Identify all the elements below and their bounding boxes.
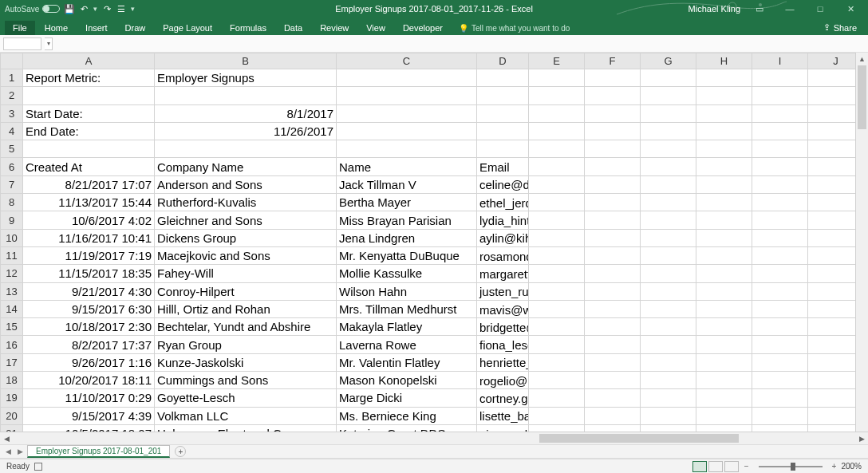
cell-C9[interactable]: Miss Brayan Parisian — [337, 211, 477, 229]
row-header[interactable]: 18 — [1, 372, 23, 389]
cell-D2[interactable] — [477, 87, 529, 104]
cell-G1[interactable] — [641, 69, 696, 87]
ribbon-tab-review[interactable]: Review — [312, 21, 357, 35]
cell-D20[interactable]: lisette_barrows@boyle.io — [477, 407, 529, 424]
cell-A5[interactable] — [23, 140, 155, 158]
cell-I11[interactable] — [752, 246, 808, 264]
cell-A14[interactable]: 9/15/2017 6:30 — [23, 300, 155, 317]
cell-E16[interactable] — [529, 336, 585, 353]
cell-A10[interactable]: 11/16/2017 10:41 — [23, 229, 155, 246]
cell-H1[interactable] — [696, 69, 752, 87]
cell-H4[interactable] — [696, 122, 752, 140]
cell-B14[interactable]: Hilll, Ortiz and Rohan — [155, 300, 337, 317]
row-header[interactable]: 14 — [1, 300, 23, 317]
cell-C1[interactable] — [337, 69, 477, 87]
spreadsheet-grid[interactable]: ABCDEFGHIJ1Report Metric:Employer Signup… — [0, 53, 868, 444]
cell-D9[interactable]: lydia_hintz@ratke.biz — [477, 211, 529, 229]
cell-A15[interactable]: 10/18/2017 2:30 — [23, 318, 155, 336]
cell-B19[interactable]: Goyette-Lesch — [155, 389, 337, 407]
cell-E7[interactable] — [529, 175, 585, 193]
cell-H11[interactable] — [696, 246, 752, 264]
select-all-corner[interactable] — [1, 53, 23, 69]
cell-H7[interactable] — [696, 175, 752, 193]
cell-H19[interactable] — [696, 389, 752, 407]
ribbon-tab-file[interactable]: File — [5, 21, 35, 35]
column-header-H[interactable]: H — [696, 53, 752, 69]
cell-G20[interactable] — [641, 407, 696, 424]
cell-D1[interactable] — [477, 69, 529, 87]
cell-H6[interactable] — [696, 158, 752, 175]
ribbon-tab-page-layout[interactable]: Page Layout — [155, 21, 220, 35]
cell-I18[interactable] — [752, 372, 808, 389]
cell-G6[interactable] — [641, 158, 696, 175]
redo-icon[interactable]: ↷ — [102, 4, 112, 14]
page-layout-view-button[interactable] — [708, 461, 723, 472]
tab-nav-next-icon[interactable]: ▶ — [15, 447, 26, 455]
cell-C12[interactable]: Mollie Kassulke — [337, 265, 477, 282]
horizontal-scroll-thumb[interactable] — [539, 434, 739, 443]
vertical-scrollbar[interactable]: ▲ ▼ — [855, 53, 868, 444]
cell-H15[interactable] — [696, 318, 752, 336]
maximize-icon[interactable]: □ — [809, 2, 831, 16]
cell-C6[interactable]: Name — [337, 158, 477, 175]
save-icon[interactable]: 💾 — [65, 4, 74, 14]
cell-I12[interactable] — [752, 265, 808, 282]
row-header[interactable]: 19 — [1, 389, 23, 407]
macro-record-icon[interactable] — [34, 463, 42, 471]
column-header-F[interactable]: F — [585, 53, 641, 69]
cell-H9[interactable] — [696, 211, 752, 229]
share-button[interactable]: ⇪Share — [817, 20, 863, 35]
cell-A19[interactable]: 11/10/2017 0:29 — [23, 389, 155, 407]
name-box-dropdown-icon[interactable]: ▾ — [45, 37, 53, 50]
cell-F15[interactable] — [585, 318, 641, 336]
autosave-toggle[interactable]: AutoSave — [5, 5, 60, 14]
cell-C3[interactable] — [337, 104, 477, 122]
row-header[interactable]: 15 — [1, 318, 23, 336]
cell-A17[interactable]: 9/26/2017 1:16 — [23, 353, 155, 371]
name-box[interactable] — [3, 37, 41, 50]
page-break-view-button[interactable] — [724, 461, 739, 472]
row-header[interactable]: 12 — [1, 265, 23, 282]
close-icon[interactable]: ✕ — [839, 2, 862, 16]
cell-E4[interactable] — [529, 122, 585, 140]
normal-view-button[interactable] — [692, 461, 707, 472]
cell-F8[interactable] — [585, 194, 641, 211]
cell-F4[interactable] — [585, 122, 641, 140]
cell-E12[interactable] — [529, 265, 585, 282]
cell-D14[interactable]: mavis@wintheiser.com — [477, 300, 529, 317]
cell-H13[interactable] — [696, 282, 752, 300]
cell-D3[interactable] — [477, 104, 529, 122]
cell-H12[interactable] — [696, 265, 752, 282]
cell-G5[interactable] — [641, 140, 696, 158]
row-header[interactable]: 2 — [1, 87, 23, 104]
cell-I10[interactable] — [752, 229, 808, 246]
cell-G11[interactable] — [641, 246, 696, 264]
cell-I9[interactable] — [752, 211, 808, 229]
cell-H8[interactable] — [696, 194, 752, 211]
ribbon-tab-insert[interactable]: Insert — [77, 21, 116, 35]
column-header-B[interactable]: B — [155, 53, 337, 69]
cell-E15[interactable] — [529, 318, 585, 336]
cell-E8[interactable] — [529, 194, 585, 211]
cell-B20[interactable]: Volkman LLC — [155, 407, 337, 424]
cell-I3[interactable] — [752, 104, 808, 122]
cell-D15[interactable]: bridgette@greenholtreynolds.com — [477, 318, 529, 336]
cell-E20[interactable] — [529, 407, 585, 424]
cell-E10[interactable] — [529, 229, 585, 246]
cell-H3[interactable] — [696, 104, 752, 122]
row-header[interactable]: 4 — [1, 122, 23, 140]
cell-D10[interactable]: aylin@kihn.com — [477, 229, 529, 246]
cell-I20[interactable] — [752, 407, 808, 424]
cell-C13[interactable]: Wilson Hahn — [337, 282, 477, 300]
cell-D19[interactable]: cortney.gerhold@cronindavis.biz — [477, 389, 529, 407]
cell-E1[interactable] — [529, 69, 585, 87]
cell-I16[interactable] — [752, 336, 808, 353]
cell-I19[interactable] — [752, 389, 808, 407]
cell-G2[interactable] — [641, 87, 696, 104]
cell-E19[interactable] — [529, 389, 585, 407]
cell-A20[interactable]: 9/15/2017 4:39 — [23, 407, 155, 424]
cell-A9[interactable]: 10/6/2017 4:02 — [23, 211, 155, 229]
cell-F11[interactable] — [585, 246, 641, 264]
ribbon-tab-developer[interactable]: Developer — [395, 21, 451, 35]
sheet-tab-active[interactable]: Employer Signups 2017-08-01_201 — [27, 445, 170, 458]
